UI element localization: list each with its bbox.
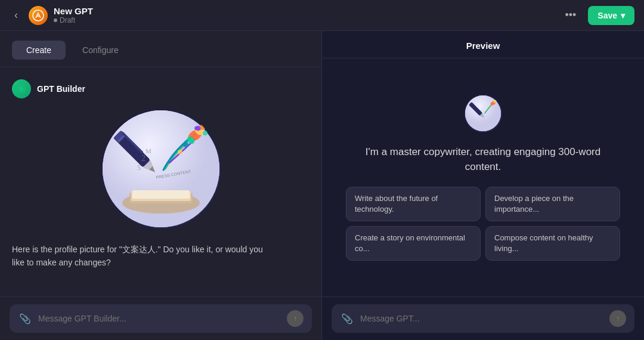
chat-area: GPT Builder [0, 67, 321, 296]
main-layout: Create Configure GPT Builder [0, 31, 644, 340]
left-panel: Create Configure GPT Builder [0, 31, 322, 340]
back-button[interactable]: ‹ [10, 7, 23, 24]
topbar: ‹ New GPT Draft ••• Save ▾ [0, 0, 644, 31]
left-input-wrapper: 📎 ↑ [10, 304, 312, 333]
suggestion-button-3[interactable]: Create a story on environmental co... [346, 226, 481, 261]
left-send-button[interactable]: ↑ [287, 310, 304, 327]
suggestion-button-1[interactable]: Write about the future of technology. [346, 187, 481, 221]
draft-label: Draft [60, 16, 75, 24]
right-panel: Preview [322, 31, 644, 340]
pen-illustration: 2 M 5 PRESS CONTENT [103, 110, 219, 227]
gpt-builder-name: GPT Builder [37, 84, 85, 94]
gpt-builder-header: GPT Builder [12, 79, 309, 98]
svg-point-29 [494, 100, 497, 103]
preview-input-area: 📎 ↑ [322, 296, 644, 340]
app-logo [29, 6, 48, 25]
preview-input-wrapper: 📎 ↑ [332, 304, 634, 333]
topbar-right: ••• Save ▾ [559, 5, 634, 25]
profile-circle: 2 M 5 PRESS CONTENT [101, 109, 221, 228]
more-options-button[interactable]: ••• [559, 5, 582, 25]
svg-point-12 [183, 143, 189, 147]
gpt-builder-avatar [12, 79, 31, 98]
svg-text:2: 2 [141, 154, 145, 163]
preview-title: Preview [334, 41, 632, 51]
suggestion-button-2[interactable]: Develop a piece on the importance... [485, 187, 620, 221]
svg-point-14 [203, 131, 208, 135]
preview-attach-button[interactable]: 📎 [340, 312, 354, 326]
profile-image-container: 2 M 5 PRESS CONTENT [12, 109, 309, 228]
title-block: New GPT Draft [54, 6, 93, 24]
page-subtitle: Draft [54, 16, 93, 24]
preview-message-input[interactable] [360, 314, 603, 323]
left-message-input[interactable] [38, 314, 281, 323]
suggestion-buttons: Write about the future of technology. De… [340, 187, 626, 261]
svg-text:M: M [145, 147, 151, 154]
preview-avatar [464, 94, 502, 132]
suggestion-button-4[interactable]: Compose content on healthy living... [485, 226, 620, 261]
draft-dot [54, 18, 57, 22]
attach-button[interactable]: 📎 [18, 312, 32, 326]
page-title: New GPT [54, 6, 93, 16]
save-arrow-icon: ▾ [621, 11, 625, 20]
preview-content: I'm a master copywriter, creating engagi… [322, 58, 644, 296]
save-label: Save [597, 11, 617, 20]
svg-point-15 [178, 150, 182, 154]
svg-point-0 [33, 10, 44, 21]
preview-send-button[interactable]: ↑ [609, 310, 626, 327]
save-button[interactable]: Save ▾ [588, 6, 634, 25]
tab-configure[interactable]: Configure [68, 41, 133, 60]
svg-text:5: 5 [137, 163, 141, 172]
left-message-input-area: 📎 ↑ [0, 296, 321, 340]
tabs: Create Configure [0, 31, 321, 67]
tab-create[interactable]: Create [12, 41, 66, 60]
topbar-left: ‹ New GPT Draft [10, 6, 93, 25]
preview-header: Preview [322, 31, 644, 58]
chat-message: Here is the profile picture for "文案达人." … [12, 243, 274, 270]
preview-description: I'm a master copywriter, creating engagi… [364, 144, 602, 175]
svg-point-13 [200, 124, 206, 130]
svg-rect-7 [132, 190, 190, 199]
